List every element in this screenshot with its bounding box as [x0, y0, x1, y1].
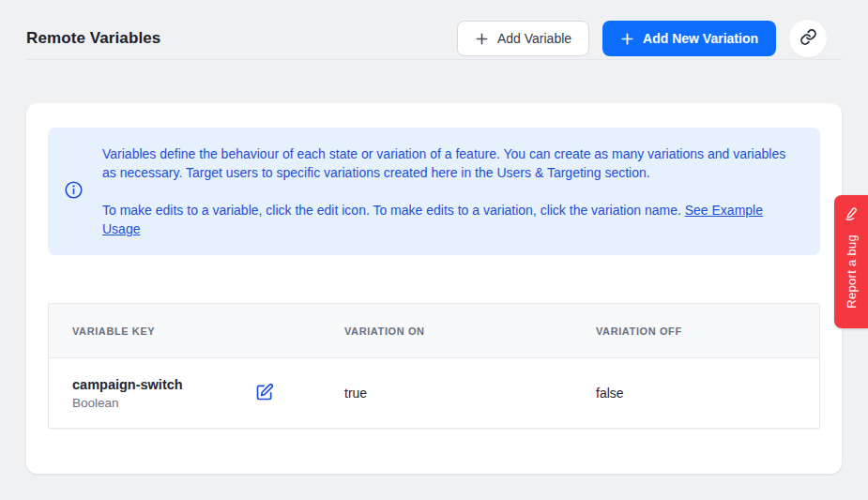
page-header: Remote Variables Add Variable Add New Va… [26, 0, 842, 56]
plus-icon [475, 32, 489, 46]
table-header-row: Variable Key Variation On Variation Off [49, 304, 819, 358]
add-new-variation-label: Add New Variation [643, 31, 758, 46]
info-paragraph-2-text: To make edits to a variable, click the e… [102, 203, 685, 218]
column-header-variation-on: Variation On [321, 326, 572, 337]
variables-card: Variables define the behaviour of each s… [26, 103, 842, 474]
variable-key-stack: campaign-switch Boolean [72, 377, 183, 410]
info-banner: Variables define the behaviour of each s… [48, 128, 820, 255]
plus-icon [620, 32, 634, 46]
variable-key-cell: campaign-switch Boolean [72, 377, 321, 410]
variable-type: Boolean [72, 396, 183, 410]
page-container: Remote Variables Add Variable Add New Va… [0, 0, 868, 474]
variables-table: Variable Key Variation On Variation Off … [48, 303, 820, 429]
edit-icon [255, 383, 274, 404]
link-icon [799, 28, 817, 49]
header-actions: Add Variable Add New Variation [457, 20, 842, 57]
pencil-icon [843, 205, 860, 226]
variation-off-value: false [596, 386, 624, 401]
add-variable-button[interactable]: Add Variable [457, 21, 589, 56]
copy-link-button[interactable] [789, 20, 827, 57]
edit-variable-button[interactable] [253, 381, 276, 406]
column-header-variation-off: Variation Off [572, 326, 819, 337]
page-title: Remote Variables [26, 29, 457, 48]
header-divider [26, 59, 842, 60]
info-text: Variables define the behaviour of each s… [102, 144, 797, 238]
report-a-bug-label: Report a bug [845, 235, 859, 309]
add-variable-label: Add Variable [497, 31, 571, 46]
info-icon [64, 180, 84, 204]
variable-key: campaign-switch [72, 377, 183, 392]
info-paragraph-2: To make edits to a variable, click the e… [102, 201, 797, 238]
variation-on-value: true [344, 386, 367, 401]
report-a-bug-tab[interactable]: Report a bug [834, 195, 868, 328]
column-header-variable-key: Variable Key [49, 326, 321, 337]
add-new-variation-button[interactable]: Add New Variation [602, 21, 776, 56]
info-paragraph-1: Variables define the behaviour of each s… [102, 144, 797, 182]
table-row: campaign-switch Boolean [49, 358, 819, 428]
